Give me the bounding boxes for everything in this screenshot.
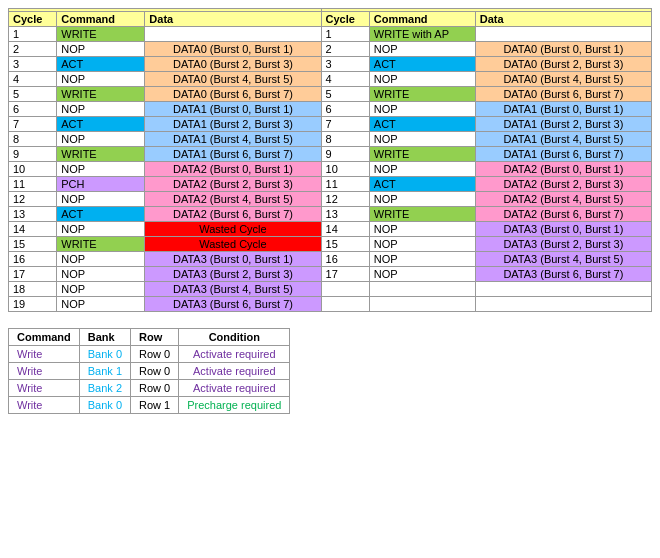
right-cycle-6: 6: [321, 102, 369, 117]
left-cycle-3: 3: [9, 57, 57, 72]
left-cmd-13: ACT: [57, 207, 145, 222]
left-data-14: Wasted Cycle: [145, 222, 321, 237]
right-data-10: DATA2 (Burst 0, Burst 1): [475, 162, 651, 177]
right-cycle-14: 14: [321, 222, 369, 237]
right-cmd-10: NOP: [369, 162, 475, 177]
right-cmd-6: NOP: [369, 102, 475, 117]
left-data-17: DATA3 (Burst 2, Burst 3): [145, 267, 321, 282]
left-cmd-11: PCH: [57, 177, 145, 192]
bottom-row-0: WriteBank 0Row 0Activate required: [9, 346, 290, 363]
right-data-6: DATA1 (Burst 0, Burst 1): [475, 102, 651, 117]
left-data-5: DATA0 (Burst 6, Burst 7): [145, 87, 321, 102]
right-cycle-16: 16: [321, 252, 369, 267]
left-data-15: Wasted Cycle: [145, 237, 321, 252]
right-cycle-12: 12: [321, 192, 369, 207]
right-cmd-14: NOP: [369, 222, 475, 237]
right-cmd-17: NOP: [369, 267, 475, 282]
right-cycle-3: 3: [321, 57, 369, 72]
right-data-15: DATA3 (Burst 2, Burst 3): [475, 237, 651, 252]
left-cmd-3: ACT: [57, 57, 145, 72]
right-data-3: DATA0 (Burst 2, Burst 3): [475, 57, 651, 72]
bottom-col-row: Row: [131, 329, 179, 346]
left-cmd-15: WRITE: [57, 237, 145, 252]
bottom-condition-table: CommandBankRowCondition WriteBank 0Row 0…: [8, 328, 290, 414]
right-cycle-5: 5: [321, 87, 369, 102]
bottom-condition-3: Precharge required: [179, 397, 290, 414]
left-data-8: DATA1 (Burst 4, Burst 5): [145, 132, 321, 147]
bottom-row-val-3: Row 1: [131, 397, 179, 414]
left-cycle-13: 13: [9, 207, 57, 222]
bottom-row-val-2: Row 0: [131, 380, 179, 397]
col-data1: Data: [145, 12, 321, 27]
left-cmd-14: NOP: [57, 222, 145, 237]
right-cmd-1: WRITE with AP: [369, 27, 475, 42]
left-cmd-7: ACT: [57, 117, 145, 132]
left-data-11: DATA2 (Burst 2, Burst 3): [145, 177, 321, 192]
right-cmd-3: ACT: [369, 57, 475, 72]
right-cmd-7: ACT: [369, 117, 475, 132]
col-data2: Data: [475, 12, 651, 27]
left-cmd-5: WRITE: [57, 87, 145, 102]
right-data-12: DATA2 (Burst 4, Burst 5): [475, 192, 651, 207]
bottom-condition-2: Activate required: [179, 380, 290, 397]
left-cmd-2: NOP: [57, 42, 145, 57]
bottom-row-val-1: Row 0: [131, 363, 179, 380]
right-cmd-13: WRITE: [369, 207, 475, 222]
right-data-7: DATA1 (Burst 2, Burst 3): [475, 117, 651, 132]
right-cmd-5: WRITE: [369, 87, 475, 102]
left-data-7: DATA1 (Burst 2, Burst 3): [145, 117, 321, 132]
left-data-4: DATA0 (Burst 4, Burst 5): [145, 72, 321, 87]
left-cmd-18: NOP: [57, 282, 145, 297]
bottom-bank-2: Bank 2: [79, 380, 130, 397]
left-cycle-4: 4: [9, 72, 57, 87]
bottom-bank-3: Bank 0: [79, 397, 130, 414]
right-cycle-17: 17: [321, 267, 369, 282]
left-cycle-11: 11: [9, 177, 57, 192]
right-cycle-9: 9: [321, 147, 369, 162]
right-data-4: DATA0 (Burst 4, Burst 5): [475, 72, 651, 87]
left-cmd-12: NOP: [57, 192, 145, 207]
left-cycle-8: 8: [9, 132, 57, 147]
bottom-col-bank: Bank: [79, 329, 130, 346]
left-data-10: DATA2 (Burst 0, Burst 1): [145, 162, 321, 177]
right-data-17: DATA3 (Burst 6, Burst 7): [475, 267, 651, 282]
left-cmd-17: NOP: [57, 267, 145, 282]
right-cmd-2: NOP: [369, 42, 475, 57]
right-data-13: DATA2 (Burst 6, Burst 7): [475, 207, 651, 222]
right-data-14: DATA3 (Burst 0, Burst 1): [475, 222, 651, 237]
col-cycle2: Cycle: [321, 12, 369, 27]
left-data-3: DATA0 (Burst 2, Burst 3): [145, 57, 321, 72]
left-data-13: DATA2 (Burst 6, Burst 7): [145, 207, 321, 222]
bottom-row-1: WriteBank 1Row 0Activate required: [9, 363, 290, 380]
left-cmd-9: WRITE: [57, 147, 145, 162]
left-cmd-1: WRITE: [57, 27, 145, 42]
right-cmd-11: ACT: [369, 177, 475, 192]
right-data-9: DATA1 (Burst 6, Burst 7): [475, 147, 651, 162]
left-cycle-19: 19: [9, 297, 57, 312]
right-cmd-4: NOP: [369, 72, 475, 87]
left-cycle-15: 15: [9, 237, 57, 252]
left-cycle-10: 10: [9, 162, 57, 177]
bottom-condition-1: Activate required: [179, 363, 290, 380]
bottom-row-2: WriteBank 2Row 0Activate required: [9, 380, 290, 397]
right-cycle-15: 15: [321, 237, 369, 252]
left-cycle-1: 1: [9, 27, 57, 42]
col-cmd2: Command: [369, 12, 475, 27]
left-cycle-14: 14: [9, 222, 57, 237]
left-cmd-6: NOP: [57, 102, 145, 117]
right-data-2: DATA0 (Burst 0, Burst 1): [475, 42, 651, 57]
left-cycle-16: 16: [9, 252, 57, 267]
left-data-18: DATA3 (Burst 4, Burst 5): [145, 282, 321, 297]
left-cycle-6: 6: [9, 102, 57, 117]
left-cycle-2: 2: [9, 42, 57, 57]
right-cycle-8: 8: [321, 132, 369, 147]
right-data-5: DATA0 (Burst 6, Burst 7): [475, 87, 651, 102]
right-cmd-9: WRITE: [369, 147, 475, 162]
bottom-row-3: WriteBank 0Row 1Precharge required: [9, 397, 290, 414]
bottom-condition-0: Activate required: [179, 346, 290, 363]
left-cycle-18: 18: [9, 282, 57, 297]
left-cmd-19: NOP: [57, 297, 145, 312]
left-cycle-9: 9: [9, 147, 57, 162]
right-cmd-15: NOP: [369, 237, 475, 252]
col-cmd1: Command: [57, 12, 145, 27]
